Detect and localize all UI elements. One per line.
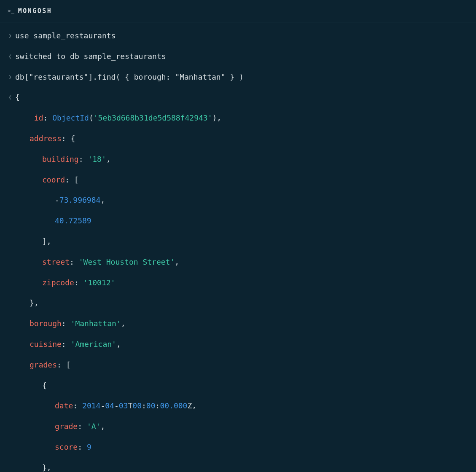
result-open: { [8,91,468,104]
grade-item-close: }, [15,462,468,472]
grade-item-open: { [15,380,468,392]
score-field: score: 9 [15,441,468,453]
coord-1: 40.72589 [15,215,468,227]
address-close: }, [15,297,468,309]
coord-0: -73.996984, [15,194,468,206]
coord-open: coord: [ [15,174,468,186]
output-chevron-icon [8,91,15,103]
address-open: address: { [15,133,468,145]
grade-field: grade: 'A', [15,421,468,433]
coord-close: ], [15,236,468,248]
brace-open: { [15,91,20,104]
command-line-2: db["restaurants"].find( { borough: "Manh… [8,71,468,83]
date-field: date: 2014-04-03T00:00:00.000Z, [15,400,468,412]
prompt-chevron-icon [8,30,15,41]
zipcode-field: zipcode: '10012' [15,277,468,289]
command-text: db["restaurants"].find( { borough: "Manh… [15,71,244,83]
borough-field: borough: 'Manhattan', [15,318,468,330]
output-line-1: switched to db sample_restaurants [8,51,468,63]
terminal-body[interactable]: use sample_restaurants switched to db sa… [0,22,476,472]
prompt-chevron-icon [8,71,15,83]
shell-title: MONGOSH [18,6,52,16]
command-line-1: use sample_restaurants [8,30,468,42]
id-field: _id: ObjectId('5eb3d668b31de5d588f42943'… [15,112,468,124]
street-field: street: 'West Houston Street', [15,256,468,268]
result-document: _id: ObjectId('5eb3d668b31de5d588f42943'… [8,112,468,472]
cuisine-field: cuisine: 'American', [15,338,468,351]
output-chevron-icon [8,51,15,62]
grades-open: grades: [ [15,359,468,371]
prompt-icon: >_ [8,7,15,16]
command-text: use sample_restaurants [15,30,116,42]
terminal-header: >_ MONGOSH [0,0,476,22]
output-text: switched to db sample_restaurants [15,51,166,63]
building-field: building: '18', [15,153,468,166]
